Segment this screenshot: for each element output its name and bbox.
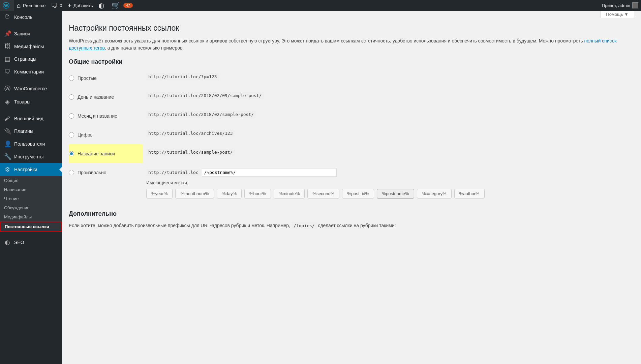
sidebar-item-products[interactable]: ◈Товары [0,95,62,108]
tags-label: Имеющиеся метки: [146,180,631,185]
sidebar-item-pages[interactable]: ▤Страницы [0,53,62,65]
intro-text: WordPress даёт возможность указать для п… [69,37,634,52]
option-dayname[interactable]: День и название [69,94,140,100]
media-icon: 🖾 [4,43,11,50]
site-name-label: Premmerce [23,3,45,8]
sidebar-item-seo[interactable]: ◐SEO [0,236,62,249]
sidebar-item-woocommerce[interactable]: ⓦWooCommerce [0,82,62,95]
common-heading: Общие настройки [69,58,634,65]
product-icon: ◈ [4,98,11,105]
sample-postname: http://tutorial.loc/sample-post/ [146,149,235,156]
home-icon: ⌂ [17,2,21,9]
user-icon: 👤 [4,140,11,148]
comment-icon: 🗨 [4,68,11,75]
page-title: Настройки постоянных ссылок [69,18,634,33]
tag-btn-minute[interactable]: %minute% [274,189,305,199]
radio-monthname[interactable] [69,113,74,119]
tag-btn-post_id[interactable]: %post_id% [342,189,374,199]
sample-plain: http://tutorial.loc/?p=123 [146,73,219,80]
settings-submenu: Общие Написание Чтение Обсуждение Медиаф… [0,176,62,232]
radio-plain[interactable] [69,75,74,81]
radio-postname[interactable] [69,151,74,156]
sidebar-item-media[interactable]: 🖾Медиафайлы [0,40,62,53]
sidebar-item-users[interactable]: 👤Пользователи [0,138,62,150]
option-postname[interactable]: Название записи [69,151,140,156]
radio-dayname[interactable] [69,94,74,100]
main-content: Помощь ▼ Настройки постоянных ссылок Wor… [62,11,641,364]
site-link[interactable]: ⌂Premmerce [14,0,48,11]
submenu-permalinks[interactable]: Постоянные ссылки [0,221,62,232]
comment-icon: 🗨 [51,2,58,9]
sample-dayname: http://tutorial.loc/2018/02/09/sample-po… [146,92,264,99]
wp-logo[interactable]: ⓦ [0,0,14,11]
option-numeric[interactable]: Цифры [69,132,140,138]
radio-custom[interactable] [69,170,74,175]
custom-base: http://tutorial.loc [146,169,201,176]
notif-badge: 47 [123,3,133,8]
seo-icon: ◐ [4,239,11,246]
sidebar-item-appearance[interactable]: 🖌Внешний вид [0,112,62,125]
submenu-discussion[interactable]: Обсуждение [0,203,62,212]
sliders-icon: ⚙ [4,166,11,173]
tag-btn-hour[interactable]: %hour% [244,189,271,199]
admin-sidebar: ⏱Консоль 📌Записи 🖾Медиафайлы ▤Страницы 🗨… [0,11,62,364]
tag-btn-postname[interactable]: %postname% [377,189,414,199]
permalink-options-table: Простые http://tutorial.loc/?p=123 День … [69,69,634,204]
tag-btn-category[interactable]: %category% [417,189,452,199]
submenu-media[interactable]: Медиафайлы [0,212,62,221]
wrench-icon: 🔧 [4,153,11,160]
woo-icon: ⓦ [4,85,11,93]
tag-btn-day[interactable]: %day% [217,189,242,199]
custom-structure-input[interactable] [202,168,337,177]
sidebar-item-console[interactable]: ⏱Консоль [0,11,62,23]
account-link[interactable]: Привет, admin [599,0,641,11]
tag-btn-second[interactable]: %second% [307,189,339,199]
sidebar-item-posts[interactable]: 📌Записи [0,27,62,40]
avatar [632,2,638,8]
sample-numeric: http://tutorial.loc/archives/123 [146,130,235,137]
yoast-icon: ◐ [98,1,104,9]
option-monthname[interactable]: Месяц и название [69,113,140,119]
submenu-general[interactable]: Общие [0,176,62,185]
radio-numeric[interactable] [69,132,74,138]
greeting: Привет, admin [602,3,630,8]
pin-icon: 📌 [4,30,11,37]
sample-monthname: http://tutorial.loc/2018/02/sample-post/ [146,111,256,118]
page-icon: ▤ [4,55,11,63]
tag-buttons: %year%%monthnum%%day%%hour%%minute%%seco… [146,189,631,199]
tag-btn-year[interactable]: %year% [146,189,173,199]
option-custom[interactable]: Произвольно [69,170,140,175]
submenu-reading[interactable]: Чтение [0,194,62,203]
admin-bar: ⓦ ⌂Premmerce 🗨0 +Добавить ◐ 🛒47 Привет, … [0,0,641,11]
sidebar-item-comments[interactable]: 🗨Комментарии [0,65,62,78]
sidebar-item-settings[interactable]: ⚙Настройки [0,163,62,176]
cart-link[interactable]: 🛒47 [109,0,135,11]
cart-icon: 🛒 [112,1,120,9]
dashboard-icon: ⏱ [4,13,11,21]
sidebar-item-tools[interactable]: 🔧Инструменты [0,150,62,163]
comments-link[interactable]: 🗨0 [48,0,65,11]
brush-icon: 🖌 [4,115,11,122]
optional-code: /topics/ [292,222,317,229]
plugin-icon: 🔌 [4,127,11,135]
new-link[interactable]: +Добавить [65,0,96,11]
tag-btn-monthnum[interactable]: %monthnum% [175,189,214,199]
submenu-writing[interactable]: Написание [0,185,62,194]
option-plain[interactable]: Простые [69,75,140,81]
help-toggle[interactable]: Помощь ▼ [600,11,634,18]
yoast-link[interactable]: ◐ [96,0,109,11]
comments-count: 0 [60,3,62,8]
plus-icon: + [68,2,72,9]
optional-text: Если хотите, можно добавить произвольные… [69,222,634,229]
new-label: Добавить [73,3,93,8]
sidebar-item-plugins[interactable]: 🔌Плагины [0,125,62,138]
optional-heading: Дополнительно [69,210,634,217]
tag-btn-author[interactable]: %author% [454,189,485,199]
